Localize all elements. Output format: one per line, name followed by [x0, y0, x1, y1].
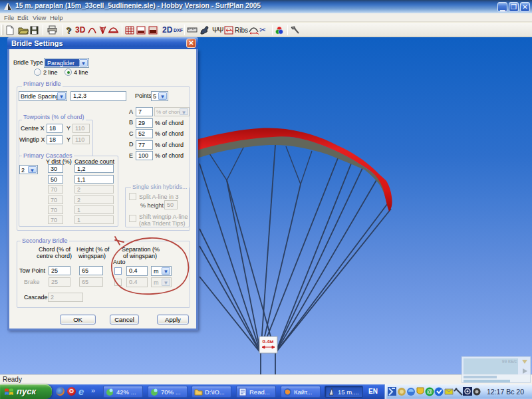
svg-text:0.4м: 0.4м [262, 338, 273, 344]
svg-text:@: @ [426, 388, 432, 395]
